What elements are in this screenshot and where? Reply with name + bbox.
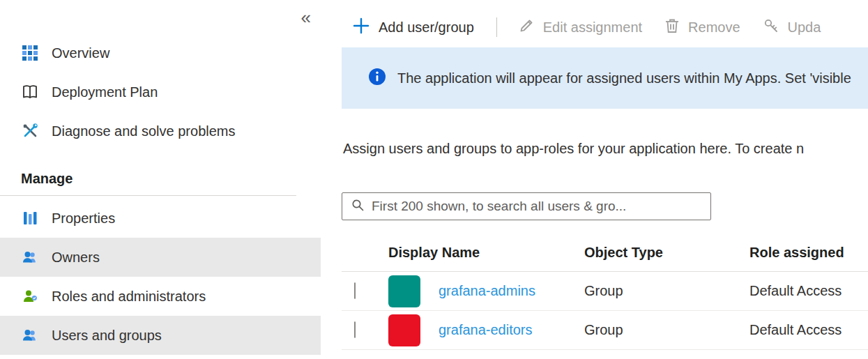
book-icon (21, 83, 39, 101)
sidebar-item-users-and-groups[interactable]: Users and groups (0, 316, 321, 355)
sidebar-item-label: Users and groups (52, 328, 162, 344)
role-assigned-cell: Default Access (749, 283, 868, 299)
sidebar-item-label: Owners (52, 250, 100, 266)
add-user-group-label: Add user/group (379, 20, 474, 36)
assignments-table: Display Name Object Type Role assigned g… (342, 234, 868, 350)
header-object-type: Object Type (584, 245, 749, 261)
info-banner: The application will appear for assigned… (342, 47, 868, 109)
key-icon (763, 17, 779, 38)
group-avatar (388, 314, 420, 346)
sidebar-item-roles-administrators[interactable]: Roles and administrators (0, 277, 321, 316)
info-icon (368, 68, 386, 89)
sidebar: « Overview Deployment Plan (0, 0, 321, 359)
info-banner-text: The application will appear for assigned… (397, 70, 851, 86)
trash-icon (664, 17, 680, 38)
role-assigned-cell: Default Access (749, 322, 868, 338)
sidebar-item-label: Roles and administrators (52, 289, 206, 305)
people-icon (21, 248, 39, 266)
intro-text: Assign users and groups to app-roles for… (343, 141, 868, 157)
sidebar-item-overview[interactable]: Overview (0, 33, 321, 72)
row-checkbox[interactable] (354, 282, 356, 299)
table-header-row: Display Name Object Type Role assigned (342, 234, 868, 272)
toolbar-divider (496, 17, 497, 37)
sidebar-nav: Overview Deployment Plan (0, 33, 321, 355)
sidebar-item-deployment-plan[interactable]: Deployment Plan (0, 72, 321, 112)
people-icon (21, 326, 39, 344)
sidebar-item-label: Deployment Plan (52, 84, 158, 100)
group-name-link[interactable]: grafana-admins (439, 283, 535, 299)
grid-icon (21, 44, 39, 62)
group-avatar (388, 275, 420, 307)
header-display-name: Display Name (388, 245, 584, 261)
edit-assignment-label: Edit assignment (543, 20, 642, 36)
sidebar-item-owners[interactable]: Owners (0, 238, 321, 277)
tools-icon (21, 122, 39, 140)
remove-button[interactable]: Remove (664, 17, 740, 38)
plus-icon (352, 17, 370, 38)
update-credentials-label: Upda (788, 20, 821, 36)
manage-section-header: Manage (0, 165, 321, 192)
main-content: Add user/group Edit assignment (342, 0, 868, 359)
edit-assignment-button[interactable]: Edit assignment (518, 17, 642, 38)
admin-person-icon (21, 287, 39, 305)
object-type-cell: Group (584, 283, 749, 299)
sidebar-item-diagnose[interactable]: Diagnose and solve problems (0, 112, 321, 151)
search-icon (351, 198, 365, 215)
add-user-group-button[interactable]: Add user/group (352, 17, 474, 38)
group-name-link[interactable]: grafana-editors (439, 322, 533, 338)
sidebar-item-properties[interactable]: Properties (0, 199, 321, 238)
table-row: grafana-editors Group Default Access (342, 311, 868, 350)
search-box (342, 192, 711, 220)
update-credentials-button[interactable]: Upda (763, 17, 821, 38)
toolbar: Add user/group Edit assignment (342, 13, 868, 42)
table-row: grafana-admins Group Default Access (342, 272, 868, 311)
sidebar-collapse-button[interactable]: « (301, 8, 311, 26)
remove-label: Remove (688, 20, 740, 36)
assignment-search-input[interactable] (372, 199, 702, 214)
sidebar-item-label: Diagnose and solve problems (52, 123, 236, 139)
sidebar-divider (0, 195, 296, 196)
bars-icon (21, 209, 39, 227)
row-checkbox[interactable] (354, 321, 356, 338)
sidebar-item-label: Properties (52, 211, 115, 227)
pencil-icon (518, 17, 535, 38)
object-type-cell: Group (584, 322, 749, 338)
header-role-assigned: Role assigned (749, 245, 868, 261)
sidebar-item-label: Overview (52, 45, 109, 61)
